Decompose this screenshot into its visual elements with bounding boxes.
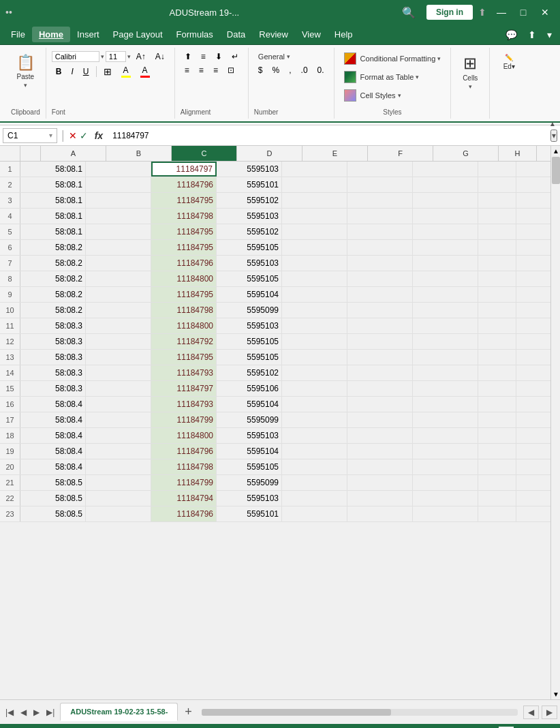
cell-c8[interactable]: 11184800 xyxy=(151,271,217,286)
cell-g13[interactable] xyxy=(413,350,478,365)
cell-b11[interactable] xyxy=(86,318,151,333)
row-header-7[interactable]: 7 xyxy=(0,256,20,271)
row-header-12[interactable]: 12 xyxy=(0,334,20,349)
cell-ref-dropdown[interactable]: ▾ xyxy=(49,132,52,139)
cell-f4[interactable] xyxy=(347,209,413,224)
cell-g7[interactable] xyxy=(413,256,478,271)
font-size-input[interactable] xyxy=(106,51,126,62)
cell-e23[interactable] xyxy=(282,506,347,521)
cell-f16[interactable] xyxy=(347,397,413,412)
cell-f22[interactable] xyxy=(347,491,413,506)
cell-e9[interactable] xyxy=(282,287,347,302)
cell-g5[interactable] xyxy=(413,224,478,239)
cell-styles-button[interactable]: Cell Styles ▾ xyxy=(340,87,446,104)
comma-button[interactable]: , xyxy=(285,64,295,76)
cell-d9[interactable]: 5595104 xyxy=(217,287,282,302)
scroll-thumb[interactable] xyxy=(552,157,560,184)
cell-e10[interactable] xyxy=(282,303,347,318)
cell-e22[interactable] xyxy=(282,491,347,506)
cell-d22[interactable]: 5595103 xyxy=(217,491,282,506)
scroll-right-button[interactable]: ▶ xyxy=(542,706,557,719)
cell-f19[interactable] xyxy=(347,444,413,459)
merge-button[interactable]: ⊡ xyxy=(223,64,238,76)
col-header-b[interactable]: B xyxy=(106,146,172,161)
cell-a10[interactable]: 58:08.2 xyxy=(20,303,86,318)
cell-g14[interactable] xyxy=(413,365,478,380)
menu-data[interactable]: Data xyxy=(220,27,252,42)
cell-e20[interactable] xyxy=(282,459,347,474)
cell-h9[interactable] xyxy=(478,287,516,302)
cell-e6[interactable] xyxy=(282,240,347,255)
cell-a18[interactable]: 58:08.4 xyxy=(20,428,86,443)
cell-f11[interactable] xyxy=(347,318,413,333)
cell-c15[interactable]: 11184797 xyxy=(151,381,217,396)
cell-e12[interactable] xyxy=(282,334,347,349)
cell-f5[interactable] xyxy=(347,224,413,239)
comments-icon[interactable]: 💬 xyxy=(501,27,521,43)
search-button[interactable]: 🔍 xyxy=(396,3,421,22)
share-icon[interactable]: ⬆ xyxy=(478,7,486,18)
row-header-16[interactable]: 16 xyxy=(0,397,20,412)
cell-d10[interactable]: 5595099 xyxy=(217,303,282,318)
share-icon[interactable]: ⬆ xyxy=(524,27,540,43)
cell-e17[interactable] xyxy=(282,412,347,427)
font-color-button[interactable]: A xyxy=(136,64,154,79)
row-header-22[interactable]: 22 xyxy=(0,491,20,506)
col-header-h[interactable]: H xyxy=(499,146,537,161)
cell-c9[interactable]: 11184795 xyxy=(151,287,217,302)
row-header-6[interactable]: 6 xyxy=(0,240,20,255)
cell-d5[interactable]: 5595102 xyxy=(217,224,282,239)
cell-a17[interactable]: 58:08.4 xyxy=(20,412,86,427)
format-as-table-button[interactable]: Format as Table ▾ xyxy=(340,69,446,85)
cell-b23[interactable] xyxy=(86,506,151,521)
menu-review[interactable]: Review xyxy=(252,27,295,42)
cell-g15[interactable] xyxy=(413,381,478,396)
cell-h7[interactable] xyxy=(478,256,516,271)
cell-e4[interactable] xyxy=(282,209,347,224)
sheet-tab-last-button[interactable]: ▶| xyxy=(44,706,57,718)
cell-c20[interactable]: 11184798 xyxy=(151,459,217,474)
currency-button[interactable]: $ xyxy=(254,64,267,76)
cell-f1[interactable] xyxy=(347,162,413,177)
cell-d18[interactable]: 5595103 xyxy=(217,428,282,443)
cell-h2[interactable] xyxy=(478,177,516,192)
cell-a23[interactable]: 58:08.5 xyxy=(20,506,86,521)
cell-h5[interactable] xyxy=(478,224,516,239)
editing-button[interactable]: ✏️ Ed▾ xyxy=(495,50,523,74)
scroll-down-button[interactable]: ▼ xyxy=(551,689,560,699)
scroll-up-button[interactable]: ▲ xyxy=(551,146,560,156)
row-header-23[interactable]: 23 xyxy=(0,506,20,521)
cell-b8[interactable] xyxy=(86,271,151,286)
cell-g19[interactable] xyxy=(413,444,478,459)
cell-c2[interactable]: 11184796 xyxy=(151,177,217,192)
menu-help[interactable]: Help xyxy=(328,27,360,42)
cell-c7[interactable]: 11184796 xyxy=(151,256,217,271)
confirm-formula-icon[interactable]: ✓ xyxy=(80,130,88,141)
row-header-19[interactable]: 19 xyxy=(0,444,20,459)
cell-d16[interactable]: 5595104 xyxy=(217,397,282,412)
menu-view[interactable]: View xyxy=(295,27,328,42)
cell-f20[interactable] xyxy=(347,459,413,474)
decrease-decimal-button[interactable]: 0. xyxy=(313,64,328,76)
wrap-text-button[interactable]: ↵ xyxy=(228,50,243,63)
row-header-17[interactable]: 17 xyxy=(0,412,20,427)
cell-c4[interactable]: 11184798 xyxy=(151,209,217,224)
cell-g18[interactable] xyxy=(413,428,478,443)
cell-d23[interactable]: 5595101 xyxy=(217,506,282,521)
cell-a8[interactable]: 58:08.2 xyxy=(20,271,86,286)
cell-h1[interactable] xyxy=(478,162,516,177)
cell-b15[interactable] xyxy=(86,381,151,396)
cell-b4[interactable] xyxy=(86,209,151,224)
cell-g10[interactable] xyxy=(413,303,478,318)
cell-g11[interactable] xyxy=(413,318,478,333)
cell-e15[interactable] xyxy=(282,381,347,396)
cell-c10[interactable]: 11184798 xyxy=(151,303,217,318)
cell-b13[interactable] xyxy=(86,350,151,365)
cell-b1[interactable] xyxy=(86,162,151,177)
active-sheet-tab[interactable]: ADUStream 19-02-23 15-58- xyxy=(60,703,178,721)
scroll-left-button[interactable]: ◀ xyxy=(523,706,539,719)
cell-d1[interactable]: 5595103 xyxy=(217,162,282,177)
cell-g23[interactable] xyxy=(413,506,478,521)
cell-h3[interactable] xyxy=(478,193,516,208)
cell-d8[interactable]: 5595105 xyxy=(217,271,282,286)
